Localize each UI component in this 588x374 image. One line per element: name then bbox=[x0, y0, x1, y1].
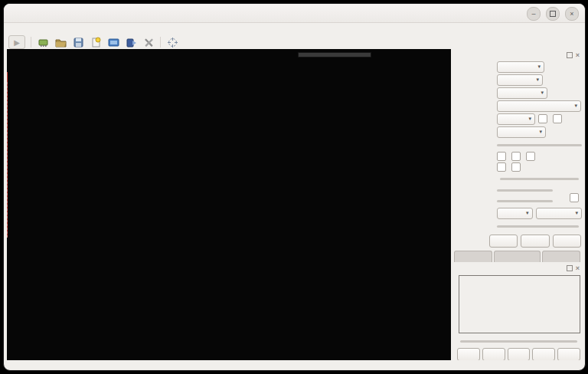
maximize-button[interactable] bbox=[546, 7, 560, 21]
frequency-scale[interactable] bbox=[7, 238, 451, 248]
close-button[interactable]: × bbox=[565, 7, 579, 21]
toolbar-separator bbox=[160, 37, 161, 48]
more-options-button[interactable] bbox=[557, 348, 580, 360]
fft-settings-header: × bbox=[454, 49, 582, 61]
right-panel: × ▾ ▾ ▾ bbox=[454, 49, 582, 360]
window-combo[interactable]: ▾ bbox=[497, 100, 581, 112]
fill-checkbox[interactable] bbox=[553, 114, 564, 123]
audio-spectrum-canvas bbox=[459, 276, 578, 333]
plot-mode-combo[interactable]: ▾ bbox=[497, 113, 535, 125]
toolbar: ▶ bbox=[4, 35, 585, 49]
wf-theme-combo[interactable]: ▾ bbox=[536, 208, 582, 219]
rec-button[interactable] bbox=[508, 348, 531, 360]
demod-button[interactable] bbox=[553, 235, 581, 248]
minimize-button[interactable]: – bbox=[527, 7, 541, 21]
bookmarks-icon[interactable] bbox=[90, 37, 102, 48]
chevron-down-icon: ▾ bbox=[541, 90, 544, 96]
chevron-down-icon: ▾ bbox=[574, 103, 577, 109]
mute-button[interactable] bbox=[457, 348, 480, 360]
open-file-icon[interactable] bbox=[54, 37, 67, 48]
tab-receiver-options[interactable] bbox=[494, 251, 540, 262]
remote-control-icon[interactable] bbox=[166, 37, 178, 48]
plot-db-slider[interactable] bbox=[497, 185, 553, 195]
waterfall-canvas[interactable] bbox=[7, 248, 451, 360]
gqrx-window: – × ▶ bbox=[3, 3, 586, 371]
gain-row bbox=[457, 335, 580, 346]
chevron-down-icon: ▾ bbox=[537, 64, 541, 70]
chevron-down-icon: ▾ bbox=[526, 210, 529, 216]
udp-button[interactable] bbox=[482, 348, 505, 360]
lock-checkbox[interactable] bbox=[570, 193, 581, 202]
max-checkbox[interactable] bbox=[511, 152, 523, 161]
audio-header: × bbox=[454, 262, 582, 274]
dock-float-icon[interactable] bbox=[567, 265, 573, 271]
dock-tab-bar bbox=[454, 251, 582, 262]
plotter-area bbox=[7, 49, 451, 360]
maximize-icon bbox=[550, 11, 556, 17]
station-marker-line bbox=[7, 82, 8, 238]
tools-icon[interactable] bbox=[142, 37, 155, 48]
audio-buttons bbox=[457, 348, 580, 360]
tab-fft-settings[interactable] bbox=[542, 251, 580, 262]
menu-bar bbox=[4, 23, 585, 35]
io-devices-icon[interactable] bbox=[37, 37, 49, 48]
rate-combo[interactable]: ▾ bbox=[497, 74, 543, 86]
fft-size-combo[interactable]: ▾ bbox=[497, 61, 544, 73]
white-checkbox[interactable] bbox=[538, 114, 550, 123]
toolbar-separator bbox=[31, 37, 31, 48]
markers-checkbox[interactable] bbox=[511, 162, 523, 172]
averaging-slider[interactable] bbox=[497, 140, 582, 149]
iq-record-icon[interactable] bbox=[107, 37, 119, 48]
signal-meter bbox=[298, 51, 371, 58]
start-dsp-button[interactable]: ▶ bbox=[8, 35, 25, 49]
band-plan-checkbox[interactable] bbox=[497, 162, 508, 172]
main-content: × ▾ ▾ ▾ bbox=[4, 49, 585, 360]
tab-input-controls[interactable] bbox=[454, 251, 492, 262]
dock-float-icon[interactable] bbox=[567, 52, 573, 58]
split-slider[interactable] bbox=[500, 174, 579, 183]
wf-mode-combo[interactable]: ▾ bbox=[497, 208, 533, 219]
center-button[interactable] bbox=[521, 235, 549, 248]
chevron-down-icon: ▾ bbox=[536, 77, 539, 83]
dock-close-icon[interactable]: × bbox=[576, 265, 580, 271]
wf-db-slider[interactable] bbox=[497, 196, 553, 205]
fft-settings-form: ▾ ▾ ▾ ▾ ▾ bbox=[454, 61, 582, 248]
chevron-down-icon: ▾ bbox=[528, 116, 531, 122]
wf-span-combo[interactable]: ▾ bbox=[497, 87, 547, 99]
play-button[interactable] bbox=[532, 348, 555, 360]
frequency-row bbox=[7, 49, 451, 72]
chevron-down-icon: ▾ bbox=[539, 129, 542, 135]
title-bar[interactable]: – × bbox=[4, 4, 585, 23]
dock-close-icon[interactable]: × bbox=[576, 52, 580, 58]
plot-scale-combo[interactable]: ▾ bbox=[497, 126, 546, 138]
save-file-icon[interactable] bbox=[72, 37, 84, 48]
spectrum-plot bbox=[7, 72, 451, 238]
audio-spectrum-plot bbox=[459, 275, 580, 333]
gain-slider[interactable] bbox=[460, 336, 577, 346]
min-checkbox[interactable] bbox=[526, 152, 537, 161]
peaks-checkbox[interactable] bbox=[497, 152, 508, 161]
dsp-options-icon[interactable] bbox=[125, 37, 137, 48]
freq-zoom-slider[interactable] bbox=[497, 221, 579, 231]
meter-bar bbox=[298, 52, 371, 57]
reset-button[interactable] bbox=[489, 235, 518, 248]
spectrum-canvas[interactable] bbox=[7, 72, 451, 238]
chevron-down-icon: ▾ bbox=[575, 210, 578, 216]
